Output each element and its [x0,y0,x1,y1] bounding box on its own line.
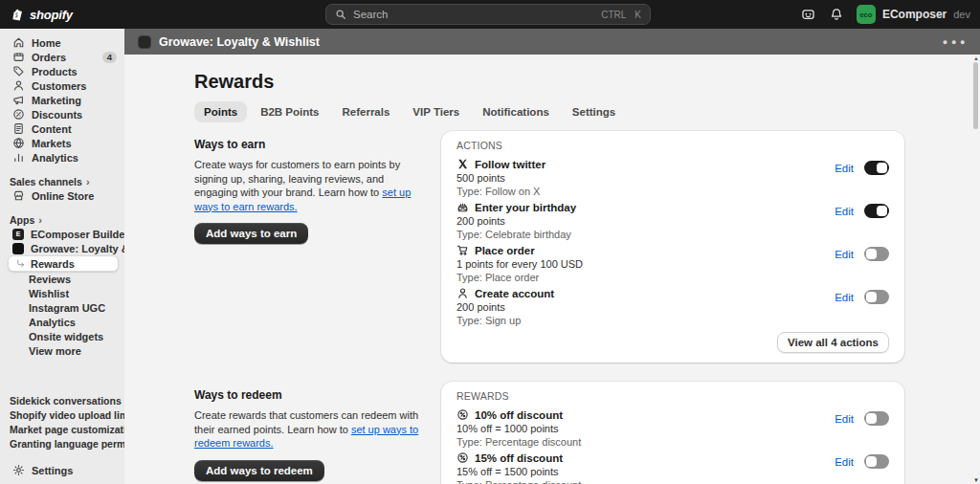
marketing-icon [12,94,25,106]
submenu-item-wishlist[interactable]: Wishlist [0,286,124,300]
sidebar-item-markets[interactable]: Markets [0,136,124,150]
discount-icon [457,408,469,421]
enable-toggle[interactable] [864,411,889,426]
conversation-label: Shopify video upload limitatio... [10,409,124,421]
action-row-create-account: Create account 200 points Type: Sign up … [457,287,889,326]
person-icon [457,287,469,299]
enable-toggle[interactable] [864,290,889,304]
row-type-label: Type: Celebrate birthday [457,230,835,240]
conversation-link-1[interactable]: Shopify video upload limitatio... [0,407,124,422]
edit-link[interactable]: Edit [835,292,854,303]
content-icon [12,122,25,135]
sidebar-item-customers[interactable]: Customers [0,78,124,93]
conversation-link-0[interactable]: Sidekick conversations › [0,393,124,407]
content-scrollbar[interactable]: ▲ ▼ [971,55,980,484]
home-icon [12,36,25,49]
sidebar-item-marketing[interactable]: Marketing [0,93,124,107]
sidebar-item-home[interactable]: Home [0,35,124,50]
row-title: Create account [475,288,554,299]
orders-count-badge: 4 [102,52,117,63]
row-type-label: Type: Follow on X [457,187,835,197]
edit-link[interactable]: Edit [835,163,854,174]
enable-toggle[interactable] [864,161,889,175]
edit-link[interactable]: Edit [835,456,854,468]
sidebar-item-label: Discounts [32,109,82,121]
search-shortcut: CTRL K [601,10,641,20]
topbar: shopify Search CTRL K eco EComposer dev [0,0,980,29]
action-row-follow-twitter: Follow twitter 500 points Type: Follow o… [457,158,889,197]
row-title: Follow twitter [475,159,546,170]
tab-vip-tiers[interactable]: VIP Tiers [403,101,469,122]
sidebar-item-content[interactable]: Content [0,121,124,136]
scrollbar-thumb[interactable] [973,62,978,129]
enable-toggle[interactable] [864,454,889,469]
row-title: 15% off discount [475,452,563,464]
ways-to-earn-section: Ways to earn Create ways for customers t… [194,131,904,363]
sidebar-nav: Home Orders 4 Products Customers Marketi… [0,35,124,165]
sidebar-item-discounts[interactable]: Discounts [0,107,124,121]
tab-referrals[interactable]: Referrals [332,101,399,122]
shopify-wordmark: shopify [30,8,73,22]
sidebar-item-online-store[interactable]: Online Store [0,188,124,203]
view-all-actions-button[interactable]: View all 4 actions [777,332,889,353]
page-title: Rewards [194,71,904,92]
add-ways-to-redeem-button[interactable]: Add ways to redeem [194,460,324,481]
cart-icon [457,244,469,256]
submenu-item-label: Instagram UGC [29,302,105,314]
growave-app-icon [138,35,151,49]
scroll-up-icon[interactable]: ▲ [973,55,979,61]
sidebar-item-products[interactable]: Products [0,64,124,78]
tab-b2b-points[interactable]: B2B Points [251,101,328,122]
submenu-item-onsite-widgets[interactable]: Onsite widgets [0,329,124,343]
more-options-icon[interactable]: ● ● ● [943,37,967,47]
tab-settings[interactable]: Settings [563,101,625,122]
ctrl-key-hint: CTRL [601,10,626,20]
sidekick-icon[interactable] [801,7,816,22]
sidebar-section-apps[interactable]: Apps › [0,212,124,227]
tab-notifications[interactable]: Notifications [473,101,559,122]
account-menu[interactable]: eco EComposer dev [857,5,970,24]
enable-toggle[interactable] [864,247,889,261]
action-row-place-order: Place order 1 points for every 100 USD T… [457,244,889,283]
submenu-item-label: Onsite widgets [29,331,103,342]
ways-to-redeem-heading: Ways to redeem [194,382,424,402]
sidebar-item-label: Markets [32,138,72,149]
edit-link[interactable]: Edit [835,249,854,260]
row-title: Place order [475,245,535,256]
sidebar-item-label: Analytics [32,152,78,164]
sidebar-item-growave[interactable]: Growave: Loyalty & W... [0,241,124,255]
store-icon [12,189,25,202]
conversation-link-3[interactable]: Granting language permission... [0,436,124,451]
edit-link[interactable]: Edit [835,206,854,217]
sidebar-item-ecomposer-builder[interactable]: E EComposer Builder [0,227,124,241]
customers-icon [12,79,25,92]
submenu-item-view-more[interactable]: View more [0,343,124,358]
search-icon [335,9,346,20]
shopify-logo[interactable]: shopify [0,7,73,22]
earn-description-text: Create ways for customers to earn points… [194,159,400,198]
add-ways-to-earn-button[interactable]: Add ways to earn [194,223,308,244]
submenu-item-rewards[interactable]: Rewards [8,255,119,272]
submenu-item-analytics[interactable]: Analytics [0,315,124,329]
app-header-bar: Growave: Loyalty & Wishlist ● ● ● [124,29,980,55]
edit-link[interactable]: Edit [835,413,854,425]
enable-toggle[interactable] [864,204,889,218]
sidebar-section-sales-channels[interactable]: Sales channels › [0,174,124,188]
row-points-value: 10% off = 1000 points [457,424,835,434]
sidebar-item-analytics[interactable]: Analytics [0,150,124,165]
sidebar-item-settings[interactable]: Settings [0,463,124,477]
tab-points[interactable]: Points [194,101,247,122]
row-points-value: 200 points [457,302,835,313]
submenu-item-instagram-ugc[interactable]: Instagram UGC [0,300,124,315]
submenu-item-reviews[interactable]: Reviews [0,272,124,286]
submenu-item-label: Wishlist [29,288,69,299]
search-input[interactable]: Search CTRL K [325,4,651,25]
ways-to-earn-heading: Ways to earn [194,131,424,151]
app-title: Growave: Loyalty & Wishlist [159,35,320,49]
notifications-bell-icon[interactable] [829,7,844,22]
discount-icon [457,451,469,464]
sidebar-item-orders[interactable]: Orders 4 [0,50,124,64]
conversation-link-2[interactable]: Market page customization by ... [0,422,124,436]
scroll-down-icon[interactable]: ▼ [973,477,979,483]
sidebar-item-label: Orders [32,52,66,63]
